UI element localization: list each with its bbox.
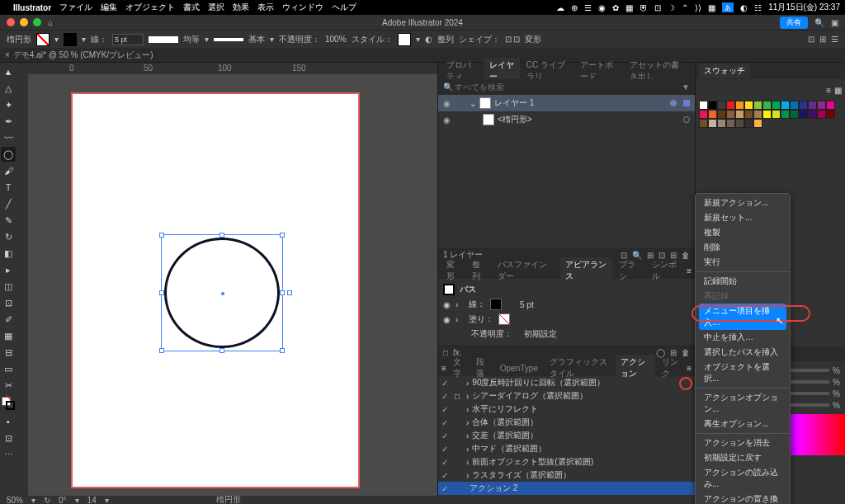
panel-menu-icon[interactable]: ≡ [441,364,446,373]
chevron-down-icon[interactable]: ▾ [270,35,274,44]
panel-menu-icon[interactable]: ☰ [831,35,838,44]
rotation-value[interactable]: 0° [59,496,67,505]
swatch-item[interactable] [808,110,817,119]
style-swatch[interactable] [398,33,411,46]
status-icon[interactable]: ▦ [625,3,633,12]
menu-action-options[interactable]: アクションオプション... [696,390,790,417]
menu-edit[interactable]: 編集 [101,2,117,13]
swatch-item[interactable] [772,101,781,110]
width-tool[interactable]: ▸ [1,262,16,277]
resize-handle[interactable] [280,348,285,353]
visibility-icon[interactable]: ◉ [443,300,451,309]
menu-new-action[interactable]: 新規アクション... [696,195,790,210]
action-item[interactable]: ✓›合体（選択範囲） [438,416,695,429]
magic-wand-tool[interactable]: ✦ [1,97,16,112]
free-transform-tool[interactable]: ⊡ [1,295,16,310]
target-icon[interactable] [670,100,677,106]
chevron-down-icon[interactable]: ▾ [82,35,86,44]
resize-handle[interactable] [220,348,224,353]
isolate-icon[interactable]: ⊡ [808,35,814,44]
slice-tool[interactable]: ✂ [1,378,16,393]
recolor-icon[interactable]: ◐ [425,35,432,44]
action-item[interactable]: ✓アクション 2 [438,482,695,495]
swatch-item[interactable] [817,110,826,119]
selection-bounding-box[interactable] [161,234,283,351]
list-view-icon[interactable]: ≡ [826,86,831,95]
swatch-item[interactable] [708,119,717,128]
grid-view-icon[interactable]: ▦ [834,86,842,95]
type-tool[interactable]: T [1,180,16,195]
panel-menu-icon[interactable]: ≡ [687,266,692,276]
artboard-nav[interactable]: 14 [87,496,97,505]
rotate-tool[interactable]: ↻ [1,229,16,244]
status-icon[interactable]: ⛨ [640,3,648,12]
shape-opts-icon[interactable]: ⊡ ⊡ [505,35,521,44]
shaper-tool[interactable]: ✎ [1,213,16,228]
menu-object[interactable]: オブジェクト [125,2,175,13]
filter-icon[interactable]: ▼ [682,82,690,92]
chevron-down-icon[interactable]: ▾ [54,35,59,44]
action-item[interactable]: ✓›水平にリフレクト [438,403,695,416]
menu-effect[interactable]: 効果 [233,2,249,13]
menu-load-actions[interactable]: アクションの読み込み... [696,465,790,492]
resize-handle[interactable] [159,290,164,295]
color-mode[interactable]: ▪ [1,414,16,429]
layer-name[interactable]: レイヤー 1 [494,97,534,109]
swatch-item[interactable] [753,110,762,119]
fill-stroke-proxy[interactable] [699,82,714,97]
share-button[interactable]: 共有 [780,16,808,29]
swatch-item[interactable] [726,101,735,110]
action-item[interactable]: ✓›前面オブジェクト型抜(選択範囲) [438,455,695,469]
edit-toolbar[interactable]: ⋯ [1,447,16,462]
scale-tool[interactable]: ◫ [1,279,16,294]
stroke-swatch[interactable] [64,33,77,46]
screen-mode[interactable]: ⊡ [1,431,16,445]
resize-handle[interactable] [280,290,285,295]
swatch-item[interactable] [735,119,744,128]
rotate-icon[interactable]: ↻ [44,496,50,505]
menu-replace-actions[interactable]: アクションの置き換え... [696,492,790,504]
stroke-width-input[interactable] [112,34,144,45]
menu-playback-options[interactable]: 再生オプション... [696,417,790,431]
clock[interactable]: 11月15日(金) 23:37 [768,2,840,13]
swatch-item[interactable] [744,101,753,110]
swatch-item[interactable] [781,110,790,119]
swatch-item[interactable] [744,119,753,128]
swatch-item[interactable] [753,101,762,110]
ellipse-tool[interactable]: ◯ [1,147,16,162]
swatch-item[interactable] [708,101,717,110]
chevron-down-icon[interactable]: ▾ [75,496,79,505]
swatch-item[interactable] [772,110,781,119]
menu-select-object[interactable]: オブジェクトを選択... [696,360,790,386]
minimize-window-icon[interactable] [20,18,28,26]
artboard-tool[interactable]: ▭ [1,361,16,376]
brush-tool[interactable]: 🖌 [1,163,16,178]
pie-handle[interactable] [287,290,292,295]
status-icon[interactable]: ⊕ [571,3,578,12]
line-tool[interactable]: ╱ [1,196,16,211]
search-icon[interactable]: 🔍 [814,18,824,27]
swatch-item[interactable] [699,110,708,119]
action-item[interactable]: ✓›ラスタライズ（選択範囲） [438,469,695,482]
app-name[interactable]: Illustrator [13,3,51,12]
fill-swatch[interactable] [36,33,50,46]
maximize-window-icon[interactable] [33,18,41,26]
ime-indicator[interactable]: あ [722,2,734,12]
disclosure-icon[interactable]: ⌄ [470,99,476,108]
swatch-item[interactable] [808,101,817,110]
swatch-item[interactable] [708,110,717,119]
zoom-level[interactable]: 50% [7,496,23,505]
swatch-item[interactable] [826,101,835,110]
status-icon[interactable]: ◉ [598,3,606,12]
stroke-value[interactable]: 5 pt [520,300,534,309]
swatch-item[interactable] [699,101,708,110]
eyedropper-tool[interactable]: ✐ [1,312,16,327]
status-icon[interactable]: ✿ [612,3,619,12]
target-icon[interactable] [683,116,690,123]
resize-handle[interactable] [220,233,224,238]
status-DND-icon[interactable]: ☽ [668,3,675,12]
visibility-icon[interactable]: ◉ [443,315,451,324]
fill-stroke[interactable] [1,394,16,412]
chevron-down-icon[interactable]: ▾ [105,496,109,505]
canvas[interactable]: 0 50 100 150 [17,63,437,496]
